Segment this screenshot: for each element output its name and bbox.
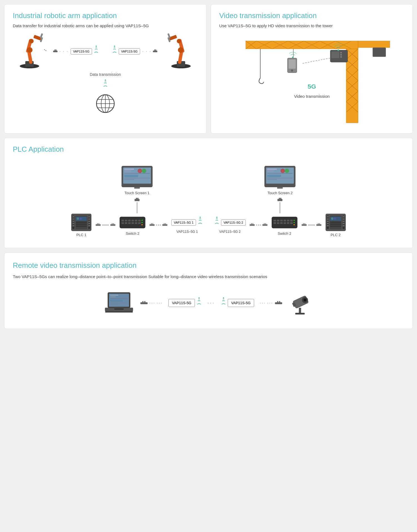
remote-desc: Two VAP11S–5Gs can realize long–distance…	[13, 273, 404, 280]
plc-left-row: PLC 1	[71, 213, 203, 237]
ts1-vertical-conn	[134, 198, 140, 213]
svg-point-196	[334, 218, 336, 220]
svg-rect-192	[343, 225, 344, 226]
svg-rect-149	[277, 199, 282, 201]
svg-rect-92	[73, 216, 74, 218]
video-transmission-title: Video transmission application	[219, 11, 404, 20]
remote-vap2-box: VAP11S-5G	[228, 299, 254, 307]
svg-rect-64	[289, 59, 296, 68]
robot-row: · · · VAP11S-5G	[14, 33, 196, 69]
touch-screen-1-icon	[120, 165, 154, 190]
svg-rect-68	[340, 52, 342, 53]
touch-screen-2-group: Touch Screen 2	[263, 165, 297, 195]
svg-rect-211	[140, 302, 148, 304]
v-line-ts1	[137, 202, 137, 213]
eth-plug-4	[162, 223, 168, 227]
svg-rect-160	[277, 220, 279, 221]
svg-rect-148	[277, 187, 283, 189]
vap-box-1: VAP11S-5G	[71, 48, 92, 54]
svg-rect-189	[343, 218, 344, 220]
svg-rect-210	[105, 311, 133, 313]
remote-vap1-wifi	[196, 297, 202, 309]
svg-text:Video transmission: Video transmission	[294, 94, 329, 98]
svg-rect-156	[265, 223, 266, 224]
remote-diagram: ··· ··· VAP11S-5G ···	[13, 288, 404, 318]
switch2-left-label: Switch 2	[126, 231, 139, 236]
tower-crane-diagram: 5G Video transmission	[219, 33, 404, 128]
svg-rect-178	[319, 223, 320, 224]
top-row: Industrial robotic arm application Data …	[4, 4, 413, 134]
wifi-left-2	[112, 46, 117, 57]
svg-rect-182	[327, 216, 329, 218]
switch-right-icon	[271, 215, 298, 230]
svg-rect-91	[72, 216, 75, 229]
svg-rect-207	[110, 304, 118, 305]
vap-box-1-group: VAP11S-5G	[71, 46, 99, 57]
svg-rect-177	[316, 224, 321, 226]
svg-rect-205	[110, 300, 123, 302]
vap-box-2: VAP11S-5G	[119, 48, 140, 54]
remote-video-card: Remote video transmission application Tw…	[4, 253, 413, 329]
v-line-ts2	[280, 202, 280, 213]
svg-rect-167	[280, 222, 283, 224]
svg-point-195	[331, 218, 333, 220]
svg-rect-213	[144, 301, 145, 303]
svg-rect-150	[279, 198, 280, 199]
svg-rect-134	[152, 223, 153, 224]
wifi-arc3	[93, 52, 99, 57]
eth-plug-5	[249, 223, 255, 227]
svg-rect-140	[267, 169, 277, 170]
svg-rect-94	[73, 221, 74, 222]
svg-rect-78	[124, 169, 134, 170]
ts2-vertical-conn	[277, 198, 283, 213]
wifi-arc6	[112, 52, 117, 57]
globe-arc3	[103, 86, 108, 91]
dots-right: · · ·	[142, 49, 151, 54]
svg-rect-186	[327, 225, 329, 226]
eth-plug-6	[262, 223, 268, 227]
eth-plug-8	[316, 223, 322, 227]
plug-icon-right	[152, 49, 158, 54]
dots-camera-1: ···	[260, 301, 266, 306]
globe-area	[94, 79, 116, 115]
svg-rect-155	[262, 224, 267, 226]
svg-rect-169	[287, 222, 289, 224]
svg-rect-176	[304, 223, 305, 224]
svg-rect-179	[318, 223, 319, 224]
svg-point-106	[80, 218, 82, 220]
svg-rect-126	[131, 222, 134, 224]
svg-rect-151	[280, 198, 281, 199]
svg-point-173	[294, 224, 295, 225]
remote-title: Remote video transmission application	[13, 261, 404, 270]
svg-point-4	[27, 47, 33, 53]
vap1-plc-node: VAP11S–5G 1 VAP11S–5G 1	[171, 217, 203, 234]
plug-top-ts1	[134, 198, 140, 202]
svg-rect-164	[290, 220, 293, 221]
remote-vap2-arc3	[221, 303, 226, 309]
svg-rect-115	[112, 223, 113, 224]
remote-vap2-dot	[223, 297, 224, 298]
svg-rect-98	[88, 216, 90, 218]
svg-rect-153	[251, 223, 252, 224]
svg-point-131	[142, 224, 143, 225]
security-camera-icon	[288, 291, 313, 315]
vap2-plc-node: VAP11S–5G 2 VAP11S–5G 2	[214, 217, 246, 234]
remote-vap1-box: VAP11S-5G	[168, 299, 195, 307]
svg-rect-146	[267, 178, 293, 178]
eth-connector-camera	[274, 301, 283, 306]
svg-point-172	[294, 222, 295, 223]
svg-rect-197	[330, 222, 341, 223]
plug-top-ts2	[277, 198, 283, 202]
svg-rect-107	[76, 222, 87, 223]
svg-rect-188	[343, 216, 344, 218]
svg-line-75	[302, 58, 330, 63]
svg-rect-99	[88, 218, 90, 220]
svg-rect-154	[252, 223, 253, 224]
svg-point-143	[285, 169, 289, 173]
svg-rect-11	[54, 49, 55, 51]
touch-screen-2-label: Touch Screen 2	[267, 191, 292, 195]
robot-diagram: · · · VAP11S-5G	[13, 33, 198, 115]
vap2-plc-label: VAP11S–5G 2	[219, 230, 240, 234]
svg-rect-174	[302, 224, 307, 226]
eth-connector-laptop	[140, 301, 148, 306]
